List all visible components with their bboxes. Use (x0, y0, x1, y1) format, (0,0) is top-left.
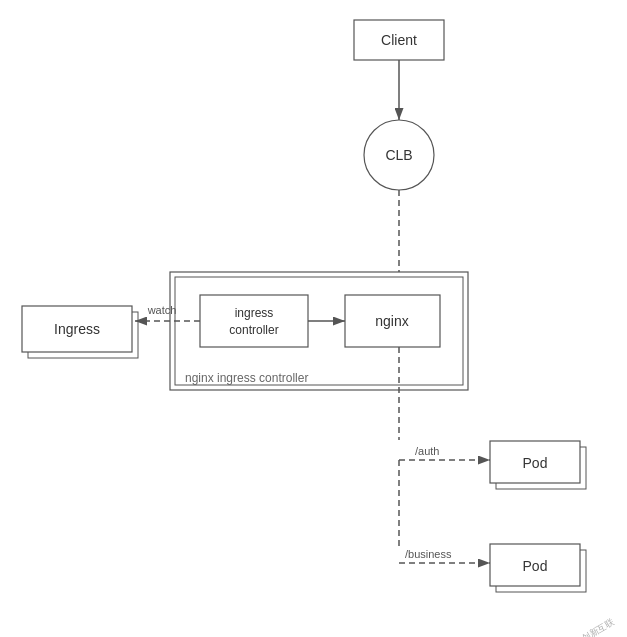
business-path-label: /business (405, 548, 452, 560)
ingress-controller-box (200, 295, 308, 347)
nginx-label: nginx (375, 313, 408, 329)
pod-business-label: Pod (523, 558, 548, 574)
nginx-ingress-box-label: nginx ingress controller (185, 371, 308, 385)
pod-auth-label: Pod (523, 455, 548, 471)
clb-label: CLB (385, 147, 412, 163)
auth-path-label: /auth (415, 445, 439, 457)
ingress-controller-label: ingress (235, 306, 274, 320)
watch-label: watch (147, 304, 177, 316)
ingress-controller-label2: controller (229, 323, 278, 337)
ingress-label: Ingress (54, 321, 100, 337)
client-label: Client (381, 32, 417, 48)
